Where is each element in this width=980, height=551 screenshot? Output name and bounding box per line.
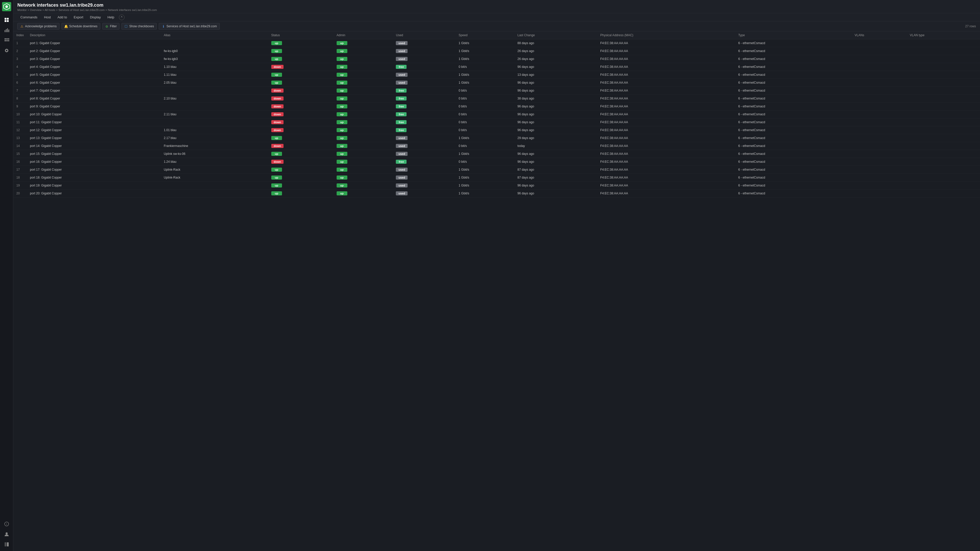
cell-index: 6 [13, 79, 27, 87]
cell-vlan-type [907, 71, 980, 79]
cell-speed: 1 Gbit/s [455, 71, 514, 79]
nav-commands[interactable]: Commands [18, 13, 40, 21]
cell-vlans [852, 158, 907, 166]
cell-admin: up [334, 158, 393, 166]
info-nav-icon[interactable]: i [2, 519, 11, 529]
table-row[interactable]: 15 port 15: Gigabit Copper Uplink sw-ks-… [13, 150, 980, 158]
breadcrumb: Monitor > Overview > All hosts > Service… [18, 8, 976, 11]
cell-alias [161, 118, 268, 126]
table-row[interactable]: 6 port 6: Gigabit Copper 2.05 blau up up… [13, 79, 980, 87]
cell-status: up [268, 55, 334, 63]
app-logo[interactable] [2, 2, 11, 11]
data-table-container[interactable]: Index Description Alias Status Admin Use… [13, 32, 980, 551]
cell-index: 20 [13, 189, 27, 197]
cell-vlan-type [907, 142, 980, 150]
cell-mac: F4:EC:38:AA:AA:AA [597, 95, 735, 103]
services-of-host-button[interactable]: ℹ Services of Host sw1.lan.tribe29.com [159, 23, 220, 30]
dashboard-nav-icon[interactable] [2, 15, 11, 24]
cell-used: free [393, 126, 455, 134]
table-row[interactable]: 4 port 4: Gigabit Copper 1.10 blau down … [13, 63, 980, 71]
cell-vlan-type [907, 174, 980, 182]
nav-export[interactable]: Export [71, 13, 86, 21]
cell-alias: Uplink-Rack [161, 166, 268, 174]
acknowledge-problems-label: Acknowledge problems [25, 24, 57, 28]
nav-host[interactable]: Host [41, 13, 54, 21]
table-row[interactable]: 14 port 14: Gigabit Copper Frankiermasch… [13, 142, 980, 150]
table-row[interactable]: 10 port 10: Gigabit Copper 2.11 blau dow… [13, 110, 980, 118]
filter-icon: ⊜ [105, 24, 109, 28]
svg-point-1 [5, 5, 8, 8]
nav-help[interactable]: Help [104, 13, 118, 21]
table-row[interactable]: 11 port 11: Gigabit Copper down up free … [13, 118, 980, 126]
nav-add-to[interactable]: Add to [54, 13, 70, 21]
cell-description: port 16: Gigabit Copper [27, 158, 161, 166]
nav-display[interactable]: Display [87, 13, 104, 21]
cell-admin: up [334, 39, 393, 47]
cell-type: 6 - ethernetCsmacd [735, 142, 852, 150]
table-row[interactable]: 20 port 20: Gigabit Copper up up used 1 … [13, 189, 980, 197]
svg-text:i: i [6, 522, 6, 526]
table-row[interactable]: 2 port 2: Gigabit Copper fw-ks-igb0 up u… [13, 47, 980, 55]
cell-alias: 1.01 blau [161, 126, 268, 134]
cell-vlans [852, 79, 907, 87]
table-row[interactable]: 13 port 13: Gigabit Copper 2.17 blau up … [13, 134, 980, 142]
cell-alias: 1.24 blau [161, 158, 268, 166]
table-row[interactable]: 19 port 19: Gigabit Copper up up used 1 … [13, 182, 980, 189]
cell-type: 6 - ethernetCsmacd [735, 189, 852, 197]
cell-speed: 0 bit/s [455, 110, 514, 118]
cell-type: 6 - ethernetCsmacd [735, 47, 852, 55]
cell-admin: up [334, 150, 393, 158]
col-header-used: Used [393, 32, 455, 39]
cell-vlan-type [907, 189, 980, 197]
filter-label: Filter [110, 24, 117, 28]
table-row[interactable]: 16 port 16: Gigabit Copper 1.24 blau dow… [13, 158, 980, 166]
acknowledge-problems-button[interactable]: ⚠ Acknowledge problems [18, 23, 59, 30]
table-row[interactable]: 5 port 5: Gigabit Copper 1.11 blau up up… [13, 71, 980, 79]
svg-rect-9 [8, 30, 9, 32]
schedule-downtimes-button[interactable]: 🔔 Schedule downtimes [62, 23, 100, 30]
cell-index: 12 [13, 126, 27, 134]
svg-point-18 [6, 532, 8, 534]
cell-used: used [393, 166, 455, 174]
row-count: 27 rows [965, 24, 976, 28]
cell-admin: up [334, 142, 393, 150]
table-row[interactable]: 3 port 3: Gigabit Copper fw-ks-igb3 up u… [13, 55, 980, 63]
cell-mac: F4:EC:38:AA:AA:AA [597, 71, 735, 79]
show-checkboxes-button[interactable]: ☐ Show checkboxes [121, 23, 157, 30]
nav-collapse-button[interactable]: ^ [119, 14, 124, 20]
sidebar-toggle-icon[interactable] [2, 540, 11, 549]
table-row[interactable]: 18 port 18: Gigabit Copper Uplink-Rack u… [13, 174, 980, 182]
grid-nav-icon[interactable] [2, 36, 11, 45]
col-header-vlan-type: VLAN type [907, 32, 980, 39]
table-row[interactable]: 1 port 1: Gigabit Copper up up used 1 Gb… [13, 39, 980, 47]
svg-rect-10 [5, 38, 6, 40]
filter-button[interactable]: ⊜ Filter [102, 23, 120, 30]
cell-admin: up [334, 47, 393, 55]
table-row[interactable]: 17 port 17: Gigabit Copper Uplink-Rack u… [13, 166, 980, 174]
cell-alias: 2.17 blau [161, 134, 268, 142]
cell-vlan-type [907, 166, 980, 174]
cell-index: 19 [13, 182, 27, 189]
cell-status: down [268, 118, 334, 126]
page-title: Network interfaces sw1.lan.tribe29.com [18, 3, 976, 8]
cell-mac: F4:EC:38:AA:AA:AA [597, 39, 735, 47]
cell-admin: up [334, 71, 393, 79]
cell-mac: F4:EC:38:AA:AA:AA [597, 63, 735, 71]
cell-index: 14 [13, 142, 27, 150]
cell-index: 8 [13, 95, 27, 103]
cell-index: 11 [13, 118, 27, 126]
cell-speed: 1 Gbit/s [455, 182, 514, 189]
gear-nav-icon[interactable] [2, 46, 11, 55]
cell-admin: up [334, 63, 393, 71]
user-nav-icon[interactable] [2, 530, 11, 539]
table-row[interactable]: 7 port 7: Gigabit Copper down up free 0 … [13, 87, 980, 95]
table-row[interactable]: 8 port 8: Gigabit Copper 2.10 blau down … [13, 95, 980, 103]
table-row[interactable]: 9 port 9: Gigabit Copper down up free 0 … [13, 103, 980, 110]
chart-nav-icon[interactable] [2, 25, 11, 35]
cell-alias: fw-ks-igb3 [161, 55, 268, 63]
cell-mac: F4:EC:38:AA:AA:AA [597, 110, 735, 118]
cell-admin: up [334, 182, 393, 189]
table-row[interactable]: 12 port 12: Gigabit Copper 1.01 blau dow… [13, 126, 980, 134]
cell-type: 6 - ethernetCsmacd [735, 95, 852, 103]
cell-status: up [268, 79, 334, 87]
